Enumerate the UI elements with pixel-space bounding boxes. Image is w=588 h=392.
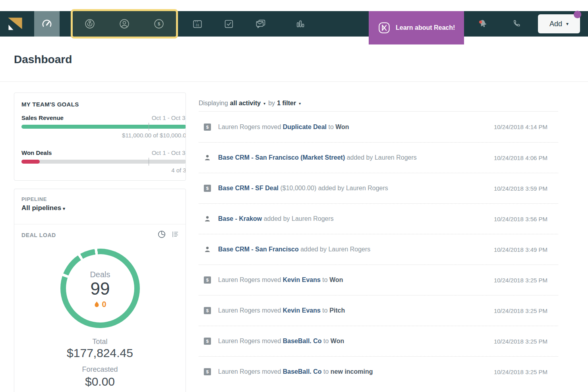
entity-link[interactable]: Kevin Evans <box>283 276 321 283</box>
learn-reach-label: Learn about Reach! <box>396 24 455 31</box>
activity-text: Base CRM - San Francisco (Market Street)… <box>218 154 494 161</box>
activity-row-icon-cell: $ <box>203 276 211 284</box>
entity-link[interactable]: Base CRM - San Francisco <box>218 246 299 253</box>
hot-deals-row: 0 <box>66 300 134 309</box>
activity-text: Lauren Rogers moved Kevin Evans to Pitch <box>218 307 494 314</box>
activity-text: Lauren Rogers moved Kevin Evans to Won <box>218 276 494 284</box>
goal-period: Oct 1 - Oct 31 <box>152 114 186 121</box>
tasks-check-icon <box>223 18 234 29</box>
activity-row-icon-cell: $ <box>203 368 211 375</box>
activity-text-segment: added by Lauren Rogers <box>262 215 334 222</box>
learn-about-reach-button[interactable]: Learn about Reach! <box>369 11 464 44</box>
team-goals-title: MY TEAM'S GOALS <box>21 101 79 108</box>
activity-time: 10/24/2018 3:49 PM <box>494 246 547 253</box>
donut-center: Deals 99 0 <box>66 254 134 322</box>
deal-load-title: DEAL LOAD <box>21 232 56 238</box>
activity-row: Base CRM - San Francisco (Market Street)… <box>199 142 558 173</box>
activity-time: 10/24/2018 3:56 PM <box>494 216 547 222</box>
deals-dollar-icon: $ <box>153 18 164 29</box>
deal-icon: $ <box>204 185 211 192</box>
activity-row: $ Lauren Rogers moved BaseBall. Co to ne… <box>199 356 558 387</box>
add-button-badge <box>574 11 581 18</box>
forecasted-value: $0.00 <box>14 375 186 388</box>
activity-text-segment: to <box>321 276 329 283</box>
entity-link[interactable]: Base CRM - SF Deal <box>218 185 279 191</box>
pie-view-toggle[interactable] <box>157 230 166 239</box>
app-root: $ 31 <box>0 0 588 392</box>
donut-center-label: Deals <box>66 270 134 279</box>
reports-chart-icon <box>295 18 306 29</box>
contacts-person-icon <box>119 18 130 29</box>
activity-count-filter[interactable]: 1 filter <box>277 100 296 107</box>
notifications-button[interactable] <box>475 16 491 32</box>
deal-icon: $ <box>204 368 211 375</box>
activity-time: 10/24/2018 3:25 PM <box>494 277 547 284</box>
person-icon <box>204 154 211 161</box>
logo-white-triangle <box>9 25 14 30</box>
person-icon <box>204 215 211 222</box>
nav-tab-calendar[interactable]: 31 <box>190 16 205 32</box>
entity-link[interactable]: Base - Krakow <box>218 215 262 222</box>
calendar-icon: 31 <box>192 18 203 29</box>
entity-link[interactable]: Kevin Evans <box>283 307 321 314</box>
app-logo[interactable] <box>6 15 24 33</box>
nav-tab-communication[interactable] <box>253 16 269 32</box>
top-navigation-bar: $ 31 <box>0 11 588 37</box>
pipeline-selector[interactable]: All pipelines▾ <box>21 204 65 212</box>
pipeline-card: PIPELINE All pipelines▾ DEAL LOAD Deals <box>14 189 186 392</box>
list-view-toggle[interactable] <box>170 230 180 239</box>
activity-feed: Displaying all activity ▾ by 1 filter ▾ … <box>199 95 558 387</box>
notification-dot <box>479 21 482 23</box>
chevron-down-icon[interactable]: ▾ <box>263 101 265 106</box>
nav-tab-reports[interactable] <box>292 16 308 32</box>
nav-tab-deals[interactable]: $ <box>151 16 167 32</box>
sales-revenue-progress-fill <box>21 125 186 129</box>
pipeline-label: PIPELINE <box>21 196 47 202</box>
entity-link[interactable]: Duplicate Deal <box>283 124 327 130</box>
svg-text:$: $ <box>158 21 160 26</box>
entity-link[interactable]: BaseBall. Co <box>283 338 322 344</box>
entity-link[interactable]: Base CRM - San Francisco (Market Street) <box>218 154 345 161</box>
sales-revenue-progress-bar <box>21 125 186 129</box>
chevron-down-icon: ▾ <box>566 21 569 27</box>
phone-icon <box>511 18 522 29</box>
phone-button[interactable] <box>509 16 524 32</box>
add-button[interactable]: Add ▾ <box>538 14 580 33</box>
activity-text-segment: added by Lauren Rogers <box>299 246 371 253</box>
goal-name-won-deals: Won Deals <box>21 149 52 156</box>
chevron-down-icon[interactable]: ▾ <box>299 101 301 106</box>
activity-row: $ Lauren Rogers moved Kevin Evans to Pit… <box>199 295 558 326</box>
donut-center-value: 99 <box>66 279 134 298</box>
activity-type-filter[interactable]: all activity <box>230 100 261 107</box>
activity-row: $ Base CRM - SF Deal ($10,000.00) added … <box>199 173 558 203</box>
nav-tab-tasks[interactable] <box>221 16 237 32</box>
communication-icon <box>255 18 266 29</box>
total-value: $177,824.45 <box>14 346 186 360</box>
activity-row-icon-cell: $ <box>203 185 211 192</box>
deal-icon: $ <box>204 124 211 131</box>
total-label: Total <box>14 338 186 346</box>
activity-text-segment: Lauren Rogers moved <box>218 338 283 344</box>
activity-time: 10/24/2018 3:25 PM <box>494 307 547 314</box>
activity-row: $ Lauren Rogers moved BaseBall. Co to Wo… <box>199 326 558 356</box>
activity-text-segment: Lauren Rogers moved <box>218 307 283 314</box>
pipeline-selected-value: All pipelines <box>21 204 61 212</box>
team-goals-card: MY TEAM'S GOALS Sales Revenue Oct 1 - Oc… <box>14 93 186 181</box>
activity-text: Lauren Rogers moved BaseBall. Co to Won <box>218 338 494 345</box>
activity-text-segment: added by Lauren Rogers <box>345 154 417 161</box>
activity-row-icon-cell <box>203 215 211 222</box>
reach-icon <box>378 22 390 34</box>
goal-period: Oct 1 - Oct 31 <box>152 149 186 156</box>
goal-name-sales-revenue: Sales Revenue <box>21 114 64 121</box>
nav-tab-leads[interactable] <box>82 16 98 32</box>
deal-icon: $ <box>204 307 211 314</box>
activity-time: 10/24/2018 4:14 PM <box>494 124 547 130</box>
activity-text: Lauren Rogers moved Duplicate Deal to Wo… <box>218 124 494 131</box>
nav-tab-contacts[interactable] <box>116 16 132 32</box>
entity-link[interactable]: BaseBall. Co <box>283 368 322 375</box>
nav-highlighted-group: $ <box>73 11 176 37</box>
activity-text-segment: Lauren Rogers moved <box>218 276 283 283</box>
nav-tab-dashboard[interactable] <box>34 11 60 37</box>
activity-text: Lauren Rogers moved BaseBall. Co to new … <box>218 368 494 375</box>
forecasted-label: Forecasted <box>14 365 186 374</box>
